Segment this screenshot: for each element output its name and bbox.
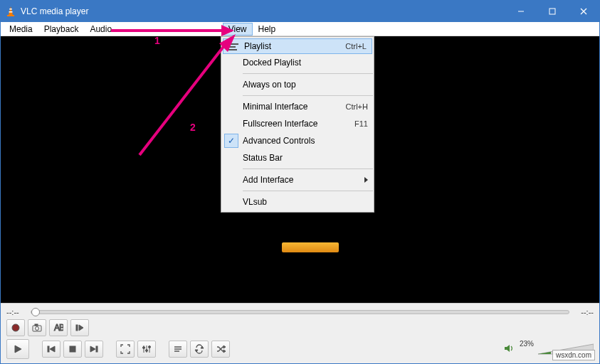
elapsed-time: --:-- [6, 308, 26, 316]
svg-point-30 [146, 350, 148, 352]
svg-marker-35 [201, 346, 204, 348]
svg-point-31 [149, 346, 151, 348]
check-icon: ✓ [224, 134, 238, 148]
menu-help[interactable]: Help [253, 23, 282, 36]
svg-rect-23 [70, 346, 75, 352]
svg-point-12 [12, 324, 19, 331]
record-button[interactable] [6, 319, 25, 336]
svg-point-29 [143, 347, 145, 349]
loop-button[interactable] [190, 341, 209, 358]
loop-ab-button[interactable]: AB [49, 319, 68, 336]
extended-settings-button[interactable] [137, 341, 156, 358]
vlc-logo-icon [282, 242, 339, 252]
titlebar: VLC media player [1, 1, 599, 22]
previous-button[interactable] [42, 341, 60, 358]
svg-marker-0 [9, 6, 13, 15]
menu-separator [243, 191, 373, 191]
svg-rect-1 [7, 15, 14, 16]
menu-item-playlist[interactable]: Playlist Ctrl+L [223, 38, 372, 54]
svg-marker-19 [79, 325, 83, 331]
play-button[interactable] [6, 339, 29, 359]
menu-item-vlsub[interactable]: VLsub [221, 193, 374, 210]
svg-marker-39 [505, 345, 510, 352]
snapshot-button[interactable] [28, 319, 46, 336]
svg-rect-21 [48, 346, 49, 352]
menu-item-label: Advanced Controls [243, 136, 368, 146]
menubar: Media Playback Audio View Help [1, 22, 599, 36]
annotation-step1: 1 [154, 35, 160, 46]
svg-rect-3 [9, 11, 13, 13]
volume-percent: 23% [520, 340, 534, 348]
svg-rect-25 [96, 346, 98, 352]
menu-separator [243, 73, 373, 74]
menu-view[interactable]: View [223, 23, 253, 36]
menu-playback[interactable]: Playback [38, 23, 85, 36]
window-title: VLC media player [21, 6, 505, 16]
menu-audio[interactable]: Audio [84, 23, 117, 36]
fullscreen-button[interactable] [116, 341, 135, 358]
annotation-step2: 2 [190, 122, 196, 133]
menu-item-shortcut: Ctrl+H [346, 102, 368, 111]
menu-item-status-bar[interactable]: Status Bar [221, 149, 374, 166]
menu-item-minimal-interface[interactable]: Minimal Interface Ctrl+H [221, 98, 374, 115]
app-window: VLC media player Media Playback Audio Vi… [0, 0, 600, 364]
menu-item-label: Always on top [243, 80, 368, 90]
menu-separator [243, 168, 373, 169]
shuffle-button[interactable] [211, 341, 230, 358]
watermark: wsxdn.com [552, 350, 595, 360]
maximize-button[interactable] [537, 1, 568, 22]
menu-item-shortcut: F11 [354, 119, 368, 128]
menu-item-add-interface[interactable]: Add Interface [221, 171, 374, 188]
submenu-arrow-icon [364, 177, 368, 183]
advanced-controls-row: AB [6, 318, 594, 336]
svg-marker-37 [223, 346, 226, 348]
menu-media[interactable]: Media [4, 23, 38, 36]
svg-marker-38 [223, 350, 226, 353]
svg-rect-5 [549, 9, 555, 14]
seek-slider[interactable] [31, 310, 569, 314]
svg-rect-2 [9, 9, 12, 10]
menu-item-label: Add Interface [243, 175, 368, 185]
svg-rect-15 [35, 324, 38, 326]
menu-item-docked-playlist[interactable]: Docked Playlist [221, 54, 374, 71]
svg-text:B: B [59, 323, 63, 333]
view-dropdown: Playlist Ctrl+L Docked Playlist Always o… [221, 36, 374, 213]
svg-point-14 [36, 327, 39, 331]
vlc-cone-icon [5, 6, 16, 17]
menu-item-shortcut: Ctrl+L [345, 42, 367, 50]
svg-marker-22 [50, 346, 55, 352]
menu-item-label: Docked Playlist [243, 58, 368, 68]
total-time: --:-- [574, 308, 594, 316]
menu-item-always-on-top[interactable]: Always on top [221, 76, 374, 93]
seek-bar-row: --:-- --:-- [6, 306, 594, 318]
menu-separator [243, 95, 373, 96]
menu-item-label: Status Bar [243, 153, 368, 163]
menu-item-label: Fullscreen Interface [243, 119, 354, 129]
svg-rect-18 [76, 325, 78, 331]
main-controls-row: 23% [6, 336, 594, 359]
menu-item-label: Playlist [244, 41, 345, 51]
svg-marker-36 [195, 350, 198, 352]
minimize-button[interactable] [505, 1, 537, 22]
frame-step-button[interactable] [70, 319, 89, 336]
playlist-icon [228, 43, 238, 52]
menu-item-label: VLsub [243, 197, 368, 207]
svg-marker-24 [90, 346, 95, 352]
menu-item-label: Minimal Interface [243, 102, 346, 112]
menu-item-fullscreen-interface[interactable]: Fullscreen Interface F11 [221, 115, 374, 132]
svg-marker-20 [15, 346, 21, 353]
controls-panel: --:-- --:-- AB 23% [1, 303, 599, 363]
next-button[interactable] [85, 341, 103, 358]
speaker-icon[interactable] [504, 343, 515, 355]
menu-item-advanced-controls[interactable]: ✓ Advanced Controls [221, 132, 374, 149]
close-button[interactable] [568, 1, 599, 22]
stop-button[interactable] [63, 341, 82, 358]
playlist-button[interactable] [169, 341, 187, 358]
seek-thumb[interactable] [31, 308, 40, 316]
